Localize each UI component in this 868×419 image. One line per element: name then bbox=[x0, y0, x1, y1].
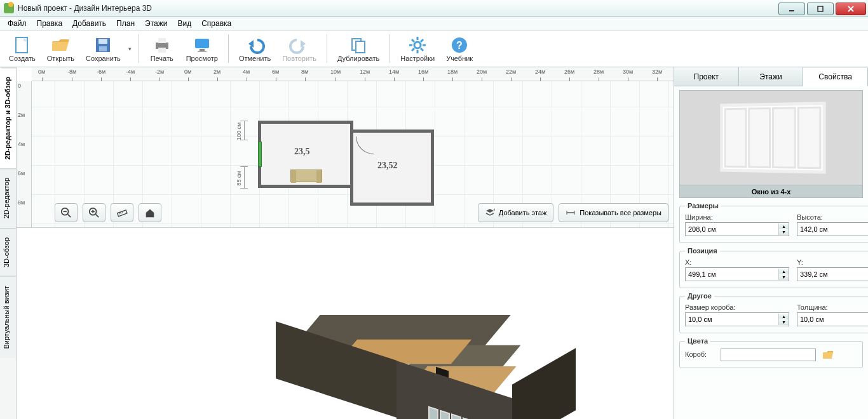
group-pos-legend: Позиция bbox=[685, 247, 720, 255]
ruler-tick: 0м bbox=[38, 69, 45, 75]
object-preview bbox=[679, 90, 863, 185]
ruler-horizontal: 0м-8м-6м-4м-2м0м2м4м6м8м10м12м14м16м18м2… bbox=[32, 67, 674, 81]
measure-button[interactable] bbox=[111, 203, 133, 222]
width-input[interactable]: ▲▼ bbox=[685, 222, 789, 236]
print-button[interactable]: Печать bbox=[144, 32, 180, 65]
room-1[interactable]: 23,5 bbox=[258, 121, 353, 188]
dim-top-label: 100 см bbox=[236, 123, 242, 140]
group-color-legend: Цвета bbox=[685, 337, 710, 345]
window-marker[interactable] bbox=[258, 142, 262, 167]
plan-2d-canvas[interactable]: 23,5 23,52 100 см 8 bbox=[32, 81, 674, 227]
ruler-tick: 28м bbox=[593, 69, 604, 75]
tab-properties[interactable]: Свойства bbox=[803, 68, 868, 86]
room-2-area: 23,52 bbox=[377, 161, 398, 171]
room-2[interactable]: 23,52 bbox=[350, 130, 434, 206]
redo-icon bbox=[289, 36, 309, 55]
tab-2d-3d-combo[interactable]: 2D-редактор и 3D-обзор bbox=[0, 67, 16, 168]
tutorial-button[interactable]: ? Учебник bbox=[441, 32, 478, 65]
ruler-tick: 24м bbox=[535, 69, 545, 75]
menu-floors[interactable]: Этажи bbox=[140, 18, 172, 29]
settings-label: Настройки bbox=[400, 55, 435, 62]
svg-point-19 bbox=[414, 42, 421, 48]
model-3d bbox=[207, 266, 525, 419]
door[interactable] bbox=[356, 136, 374, 154]
minimize-button[interactable] bbox=[778, 3, 805, 15]
svg-rect-1 bbox=[818, 6, 823, 11]
undo-icon bbox=[245, 36, 265, 55]
thick-input[interactable]: ▲▼ bbox=[797, 312, 868, 326]
maximize-button[interactable] bbox=[807, 3, 834, 15]
save-dropdown[interactable]: ▾ bbox=[127, 32, 133, 65]
folder-open-icon bbox=[50, 36, 71, 55]
view-3d-canvas[interactable] bbox=[17, 227, 674, 419]
folder-icon bbox=[822, 350, 834, 359]
tab-2d-editor[interactable]: 2D-редактор bbox=[0, 168, 16, 227]
home-button[interactable] bbox=[139, 203, 161, 222]
tab-floors-right[interactable]: Этажи bbox=[739, 67, 804, 86]
ruler-tick: 30м bbox=[623, 69, 633, 75]
frame-label: Размер короба: bbox=[685, 303, 789, 311]
ruler-tick: -4м bbox=[126, 69, 135, 75]
save-label: Сохранить bbox=[86, 55, 121, 62]
add-floor-button[interactable]: + Добавить этаж bbox=[478, 203, 553, 222]
print-label: Печать bbox=[151, 55, 173, 62]
height-input[interactable]: ▲▼ bbox=[797, 222, 868, 236]
svg-rect-13 bbox=[200, 49, 205, 51]
browse-texture-button[interactable] bbox=[821, 349, 835, 361]
settings-button[interactable]: Настройки bbox=[395, 32, 440, 65]
printer-icon bbox=[152, 36, 172, 55]
ruler-tick: -6м bbox=[97, 69, 105, 75]
zoom-in-button[interactable] bbox=[83, 203, 105, 222]
save-icon bbox=[93, 36, 113, 55]
thick-label: Толщина: bbox=[797, 303, 868, 311]
titlebar: Новый проект - Дизайн Интерьера 3D bbox=[0, 0, 868, 17]
ruler-tick: 26м bbox=[564, 69, 574, 75]
ruler-vtick: 4м bbox=[18, 141, 25, 147]
menu-help[interactable]: Справка bbox=[196, 18, 236, 29]
zoom-out-button[interactable] bbox=[55, 203, 78, 222]
redo-button[interactable]: Повторить bbox=[277, 32, 322, 65]
tab-3d-view[interactable]: 3D-обзор bbox=[0, 228, 16, 276]
menu-view[interactable]: Вид bbox=[172, 18, 196, 29]
x-input[interactable]: ▲▼ bbox=[685, 267, 789, 281]
menu-add[interactable]: Добавить bbox=[67, 18, 111, 29]
menu-plan[interactable]: План bbox=[111, 18, 140, 29]
ruler-vtick: 8м bbox=[18, 199, 25, 206]
tutorial-label: Учебник bbox=[446, 55, 473, 62]
group-size: Размеры Ширина: ▲▼ Высота: ▲▼ bbox=[679, 202, 868, 243]
tab-virtual-visit[interactable]: Виртуальный визит bbox=[0, 276, 16, 358]
ruler-tick: 4м bbox=[243, 69, 250, 75]
dim-bottom-label: 85 см bbox=[236, 171, 242, 185]
preview-button[interactable]: Просмотр bbox=[181, 32, 223, 65]
menu-file[interactable]: Файл bbox=[3, 18, 32, 29]
y-input[interactable]: ▲▼ bbox=[797, 267, 868, 281]
help-icon: ? bbox=[449, 36, 470, 55]
menu-edit[interactable]: Правка bbox=[32, 18, 68, 29]
svg-line-25 bbox=[421, 48, 423, 51]
ruler-tick: 20м bbox=[477, 69, 487, 75]
svg-line-26 bbox=[421, 39, 423, 42]
show-dims-button[interactable]: Показывать все размеры bbox=[559, 203, 668, 222]
svg-rect-8 bbox=[99, 46, 107, 51]
layers-plus-icon: + bbox=[485, 208, 495, 218]
create-button[interactable]: Создать bbox=[4, 32, 41, 65]
close-button[interactable] bbox=[836, 3, 866, 15]
duplicate-button[interactable]: Дублировать bbox=[332, 32, 384, 65]
undo-button[interactable]: Отменить bbox=[234, 32, 276, 65]
ruler-tick: 14м bbox=[389, 69, 399, 75]
ruler-tick: 32м bbox=[652, 69, 662, 75]
svg-rect-18 bbox=[356, 41, 365, 53]
save-button[interactable]: Сохранить bbox=[81, 32, 126, 65]
svg-rect-12 bbox=[195, 39, 209, 48]
svg-text:?: ? bbox=[456, 40, 463, 51]
sofa[interactable] bbox=[290, 170, 322, 182]
svg-line-34 bbox=[96, 215, 99, 218]
right-panel: Проект Этажи Свойства Окно из 4-х Размер… bbox=[674, 67, 868, 419]
box-color-swatch[interactable] bbox=[721, 349, 816, 361]
open-button[interactable]: Открыть bbox=[42, 32, 79, 65]
new-file-icon bbox=[12, 36, 32, 55]
x-label: X: bbox=[685, 258, 789, 266]
ruler-tick: 10м bbox=[330, 69, 341, 75]
tab-project[interactable]: Проект bbox=[674, 67, 739, 86]
frame-input[interactable]: ▲▼ bbox=[685, 312, 789, 326]
